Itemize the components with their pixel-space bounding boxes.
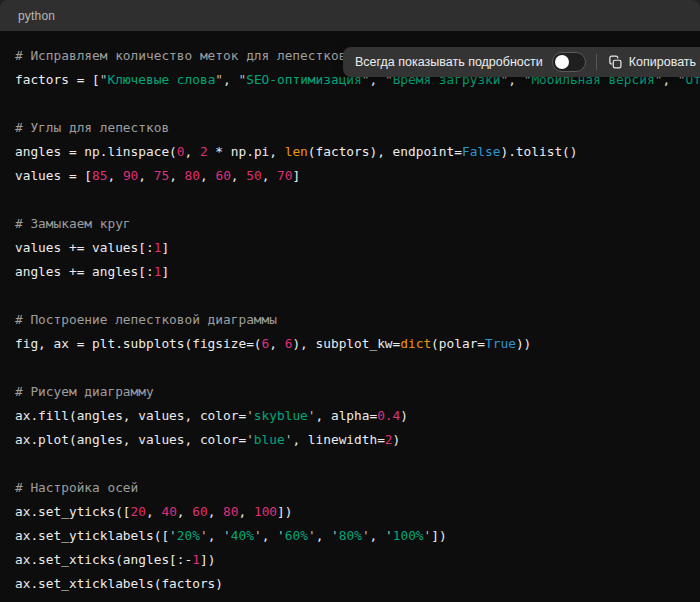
details-toggle[interactable] [552, 52, 586, 72]
code-header: python [0, 0, 700, 31]
code-line: values = [85, 90, 75, 80, 60, 50, 70] [15, 164, 700, 188]
code-line: angles += angles[:1] [15, 260, 700, 284]
code-line: ax.fill(angles, values, color='skyblue',… [15, 404, 700, 428]
copy-label: Копировать код [629, 55, 700, 69]
code-line: fig, ax = plt.subplots(figsize=(6, 6), s… [15, 332, 700, 356]
code-line [15, 356, 700, 380]
code-line: angles = np.linspace(0, 2 * np.pi, len(f… [15, 140, 700, 164]
code-line: ax.set_xticklabels(factors) [15, 572, 700, 596]
code-line [15, 188, 700, 212]
copy-icon [608, 55, 623, 70]
code-line: # Настройка осей [15, 476, 700, 500]
toolbar-divider [596, 54, 597, 70]
toggle-label: Всегда показывать подробности [355, 55, 543, 69]
code-block: # Исправляем количество меток для лепест… [0, 31, 700, 602]
code-line: # Замыкаем круг [15, 212, 700, 236]
code-line: # Углы для лепестков [15, 116, 700, 140]
code-content: # Исправляем количество меток для лепест… [15, 44, 700, 596]
code-line: # Рисуем диаграмму [15, 380, 700, 404]
code-line: ax.plot(angles, values, color='blue', li… [15, 428, 700, 452]
language-label: python [18, 9, 55, 23]
code-line: values += values[:1] [15, 236, 700, 260]
code-line [15, 284, 700, 308]
code-toolbar: Всегда показывать подробности Копировать… [343, 47, 700, 77]
code-line: ax.set_xticks(angles[:-1]) [15, 548, 700, 572]
code-line [15, 452, 700, 476]
code-line: ax.set_yticklabels(['20%', '40%', '60%',… [15, 524, 700, 548]
code-line [15, 92, 700, 116]
code-line: # Построение лепестковой диаграммы [15, 308, 700, 332]
code-window: python # Исправляем количество меток для… [0, 0, 700, 602]
code-line: ax.set_yticks([20, 40, 60, 80, 100]) [15, 500, 700, 524]
copy-code-button[interactable]: Копировать код [608, 55, 700, 70]
toggle-knob [555, 55, 569, 69]
